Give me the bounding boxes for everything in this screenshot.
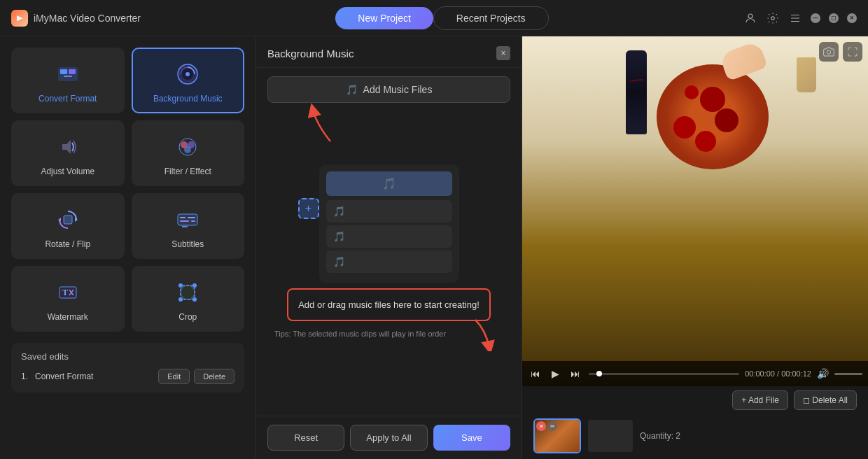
arrow-illustration-area: + 🎵 🎵 🎵 🎵 Add or drag music files here t… [267,110,510,407]
badge-x-icon: ✕ [536,421,546,431]
glass-icon [797,57,816,92]
volume-bar[interactable] [834,373,862,375]
svg-rect-18 [188,217,195,218]
saved-edits-title: Saved edits [21,351,234,362]
left-panel: Convert Format Background Music Adjust V… [0,36,256,459]
apply-to-all-button[interactable]: Apply to All [350,425,427,451]
close-button[interactable]: × [847,13,857,23]
dialog-close-button[interactable]: × [496,46,510,60]
play-button[interactable]: ▶ [549,367,562,381]
add-music-files-button[interactable]: 🎵 Add Music Files [267,76,510,103]
settings-icon[interactable] [766,11,780,25]
thumbnail-item-1[interactable]: ✕ ✂ [533,418,581,453]
new-project-tab[interactable]: New Project [335,7,433,29]
add-file-button[interactable]: + Add File [732,390,788,410]
subtitles-icon [174,206,202,234]
delete-all-button[interactable]: ◻ Delete All [794,390,857,410]
crop-icon [174,278,202,306]
right-panel: ⏮ ▶ ⏭ 00:00:00 / 00:00:12 🔊 + Add File ◻… [522,36,868,459]
dialog-footer: Reset Apply to All Save [256,416,522,459]
filter-effect-icon [174,133,202,161]
music-row-1: 🎵 [326,200,452,223]
pizza-circle [657,64,769,169]
bottle-dark [626,50,647,134]
saved-edit-actions: Edit Delete [158,369,234,384]
svg-rect-17 [180,217,186,218]
menu-icon[interactable] [788,11,802,25]
thumbnail-item-2[interactable] [587,418,634,453]
thumbnail-bg-2 [588,420,633,452]
svg-point-25 [192,283,197,288]
filter-effect-label: Filter / Effect [164,167,211,176]
background-music-icon [174,60,202,88]
music-row-2: 🎵 [326,225,452,248]
svg-point-0 [748,14,752,18]
crop-label: Crop [178,312,197,322]
titlebar-center: New Project Recent Projects [335,6,548,30]
drag-drop-zone: Add or drag music files here to start cr… [287,288,491,321]
svg-point-26 [178,297,183,302]
svg-point-12 [184,146,191,153]
music-row-highlighted: 🎵 [326,171,452,196]
svg-rect-13 [64,216,72,224]
quantity-text: Quantity: 2 [640,431,680,441]
time-display: 00:00:00 / 00:00:12 [745,369,811,378]
thumbnail-list: ✕ ✂ Quantity: 2 [533,418,680,453]
recent-projects-tab[interactable]: Recent Projects [433,6,549,30]
skip-forward-button[interactable]: ⏭ [568,367,583,381]
tool-adjust-volume[interactable]: Adjust Volume [11,120,125,186]
edit-button[interactable]: Edit [158,369,190,384]
tool-crop[interactable]: Crop [132,266,245,332]
background-music-label: Background Music [153,94,223,104]
pizza-scene-bg [522,36,868,386]
background-music-dialog: Background Music × 🎵 Add Music Files [256,36,522,459]
tool-rotate-flip[interactable]: Rotate / Flip [11,193,125,259]
tool-convert-format[interactable]: Convert Format [11,48,125,113]
convert-format-label: Convert Format [38,94,97,104]
tips-area: Tips: The selected music clips will play… [267,327,510,339]
delete-button[interactable]: Delete [194,369,234,384]
progress-bar[interactable] [589,373,739,375]
music-row-3: 🎵 [326,250,452,273]
reset-button[interactable]: Reset [267,425,344,451]
rotate-flip-label: Rotate / Flip [45,239,90,249]
drag-drop-text: Add or drag music files here to start cr… [298,299,479,310]
screenshot-button[interactable] [819,42,839,62]
music-illustration-box: + 🎵 🎵 🎵 🎵 [319,164,459,283]
preview-controls-top-right [819,42,862,62]
thumbnail-strip: ✕ ✂ Quantity: 2 [522,413,868,459]
tool-subtitles[interactable]: Subtitles [132,193,245,259]
svg-rect-19 [180,220,189,222]
watermark-icon: T [54,278,82,306]
adjust-volume-icon [54,133,82,161]
save-button[interactable]: Save [433,425,510,451]
saved-edit-row: 1. Convert Format Edit Delete [21,369,234,384]
saved-edit-name: 1. Convert Format [21,372,93,381]
thumb-badge-1: ✕ ✂ [536,421,557,431]
fullscreen-button[interactable] [843,42,862,62]
app-title: iMyMac Video Converter [34,13,141,24]
tool-watermark[interactable]: T Watermark [11,266,125,332]
svg-point-28 [181,285,195,299]
minimize-button[interactable]: ─ [811,13,820,23]
hand-area [719,41,768,81]
dialog-header: Background Music × [256,36,522,68]
playback-controls: ⏮ ▶ ⏭ 00:00:00 / 00:00:12 🔊 [522,361,868,386]
tips-text: Tips: The selected music clips will play… [267,330,453,338]
tool-filter-effect[interactable]: Filter / Effect [132,120,245,186]
svg-rect-16 [178,214,197,225]
skip-back-button[interactable]: ⏮ [528,367,543,381]
progress-dot [596,371,602,376]
tool-grid: Convert Format Background Music Adjust V… [11,48,244,332]
svg-point-24 [178,283,183,288]
maximize-button[interactable]: □ [829,13,839,23]
user-icon[interactable] [743,11,757,25]
pizza-bg [522,36,868,386]
svg-rect-4 [69,69,76,74]
badge-scissors-icon: ✂ [547,421,557,431]
tool-background-music[interactable]: Background Music [132,48,245,113]
svg-point-29 [827,50,830,54]
convert-format-icon [54,60,82,88]
video-preview: ⏮ ▶ ⏭ 00:00:00 / 00:00:12 🔊 [522,36,868,386]
dialog-body: 🎵 Add Music Files [256,68,522,416]
